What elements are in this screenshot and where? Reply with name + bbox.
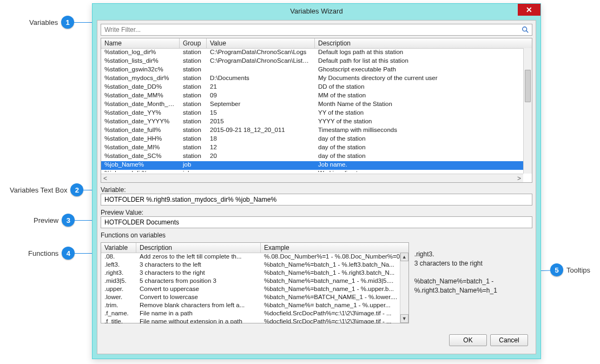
table-row[interactable]: .upper.Convert to uppercase%batch_Name%=… bbox=[101, 286, 408, 294]
preview-output bbox=[101, 216, 532, 228]
table-row[interactable]: %station_date_YYYY%station2015YYYY of th… bbox=[101, 118, 532, 127]
window-title: Variables Wizard bbox=[93, 7, 540, 15]
table-row[interactable]: %station_date_full%station2015-09-21 18_… bbox=[101, 127, 532, 135]
table-row[interactable]: %station_log_dir%stationC:\ProgramData\C… bbox=[101, 49, 532, 57]
tooltip-box: .right3. 3 characters to the right %batc… bbox=[414, 250, 497, 295]
table-row[interactable]: %station_date_DD%station21DD of the stat… bbox=[101, 83, 532, 92]
callout-variables: Variables 1 bbox=[29, 16, 74, 29]
functions-scrollbar[interactable]: ▲ ▼ bbox=[400, 253, 408, 323]
functions-title: Functions on variables bbox=[101, 231, 532, 239]
variables-grid[interactable]: Name Group Value Description %station_lo… bbox=[101, 38, 532, 183]
titlebar: Variables Wizard ✕ bbox=[93, 4, 540, 18]
ok-button[interactable]: OK bbox=[449, 334, 487, 346]
table-row[interactable]: .f_title.File name without extension in … bbox=[101, 318, 408, 323]
functions-grid-body: .08.Add zeros to the left till complete … bbox=[101, 253, 408, 323]
filter-input[interactable] bbox=[101, 26, 519, 34]
fcol-example[interactable]: Example bbox=[261, 243, 408, 253]
table-row[interactable]: .mid3|5.5 characters from position 3%bat… bbox=[101, 277, 408, 286]
table-row[interactable]: %station_date_MI%station12day of the sta… bbox=[101, 144, 532, 153]
table-row[interactable]: %station_mydocs_dir%stationD:\DocumentsM… bbox=[101, 75, 532, 83]
functions-grid[interactable]: Variable Description Example .08.Add zer… bbox=[101, 242, 409, 323]
table-row[interactable]: %station_date_YY%station15YY of the stat… bbox=[101, 109, 532, 118]
preview-label: Preview Value: bbox=[101, 209, 532, 216]
scroll-up-icon[interactable]: ▲ bbox=[400, 253, 408, 261]
table-row[interactable]: %station_date_SC%station20day of the sta… bbox=[101, 153, 532, 161]
table-row[interactable]: %station_lists_dir%stationC:\ProgramData… bbox=[101, 57, 532, 66]
vertical-scrollbar[interactable] bbox=[523, 48, 532, 174]
callout-textbox: Variables Text Box 2 bbox=[10, 183, 83, 196]
tooltip-ex1: %batch_Name%=batch_1 - bbox=[414, 277, 497, 286]
fcol-description[interactable]: Description bbox=[136, 243, 261, 253]
tooltip-title: .right3. bbox=[414, 250, 497, 259]
table-row[interactable]: .f_name.File name in a path%docfield.Src… bbox=[101, 310, 408, 318]
horizontal-scrollbar[interactable]: < > bbox=[101, 174, 523, 182]
scroll-right-icon[interactable]: > bbox=[517, 175, 521, 182]
table-row[interactable]: %job_workdir%jobWorking directory. bbox=[101, 170, 532, 172]
variable-input[interactable] bbox=[101, 194, 532, 206]
client-area: Name Group Value Description %station_lo… bbox=[97, 20, 536, 354]
col-group[interactable]: Group bbox=[180, 38, 207, 48]
dialog-window: Variables Wizard ✕ Name Group Value Desc… bbox=[92, 3, 541, 359]
table-row[interactable]: %job_Name%jobJob name. bbox=[101, 161, 532, 170]
grid-body: %station_log_dir%stationC:\ProgramData\C… bbox=[101, 49, 532, 172]
table-row[interactable]: .lower.Convert to lowercase%batch_Name%=… bbox=[101, 294, 408, 302]
table-row[interactable]: %station_gswin32c%stationGhostscript exe… bbox=[101, 66, 532, 75]
col-name[interactable]: Name bbox=[101, 38, 180, 48]
table-row[interactable]: %station_date_HH%station18day of the sta… bbox=[101, 135, 532, 144]
callout-preview: Preview 3 bbox=[34, 214, 75, 227]
table-row[interactable]: .left3.3 characters to the left%batch_Na… bbox=[101, 261, 408, 269]
search-icon[interactable] bbox=[519, 26, 532, 34]
callout-tooltips: Tooltips 5 bbox=[550, 263, 590, 276]
fcol-variable[interactable]: Variable bbox=[101, 243, 136, 253]
table-row[interactable]: .08.Add zeros to the left till complete … bbox=[101, 253, 408, 261]
callout-functions: Functions 4 bbox=[28, 247, 75, 260]
table-row[interactable]: %station_date_Month_Na...stationSeptembe… bbox=[101, 101, 532, 109]
cancel-button[interactable]: Cancel bbox=[490, 334, 528, 346]
close-button[interactable]: ✕ bbox=[518, 4, 540, 16]
tooltip-desc: 3 characters to the right bbox=[414, 259, 497, 268]
scroll-down-icon[interactable]: ▼ bbox=[400, 314, 408, 323]
scroll-left-icon[interactable]: < bbox=[103, 175, 107, 182]
functions-grid-header: Variable Description Example bbox=[101, 243, 408, 253]
table-row[interactable]: .trim.Remove blank characters from left … bbox=[101, 302, 408, 310]
tooltip-ex2: %.right3.batch_Name%=h_1 bbox=[414, 286, 497, 295]
table-row[interactable]: %station_date_MM%station09MM of the stat… bbox=[101, 92, 532, 101]
col-value[interactable]: Value bbox=[207, 38, 315, 48]
svg-point-1 bbox=[523, 27, 527, 31]
svg-line-2 bbox=[526, 31, 529, 33]
filter-box bbox=[101, 24, 532, 36]
table-row[interactable]: .right3.3 characters to the right%batch_… bbox=[101, 269, 408, 277]
col-description[interactable]: Description bbox=[315, 38, 532, 48]
grid-header: Name Group Value Description bbox=[101, 38, 532, 49]
variable-label: Variable: bbox=[101, 186, 532, 194]
button-row: OK Cancel bbox=[449, 334, 528, 346]
